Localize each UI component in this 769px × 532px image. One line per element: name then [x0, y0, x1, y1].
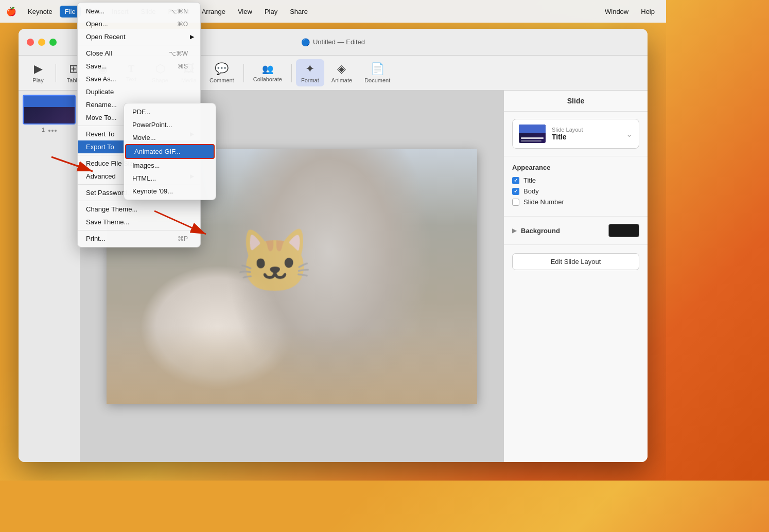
edit-layout-button[interactable]: Edit Slide Layout [512, 253, 639, 270]
body-label: Body [523, 187, 539, 195]
export-movie[interactable]: Movie... [124, 131, 216, 144]
export-pdf[interactable]: PDF... [124, 105, 216, 118]
slide-thumbnail[interactable] [23, 95, 76, 125]
slide-number: 1 [23, 127, 76, 133]
menu-save-theme[interactable]: Save Theme... [78, 216, 200, 228]
keynote09-label: Keynote '09... [132, 187, 173, 195]
document-tb-icon: 📄 [371, 62, 384, 76]
toolbar-sep-1 [56, 64, 56, 82]
rename-label: Rename... [86, 101, 117, 109]
fullscreen-button[interactable] [49, 39, 57, 46]
toolbar-document[interactable]: 📄 Document [359, 59, 395, 86]
open-label: Open... [86, 20, 108, 28]
document-title: Untitled — Edited [313, 38, 365, 46]
change-theme-label: Change Theme... [86, 205, 137, 213]
slide-layout-section: Slide Layout Title ⌄ [504, 112, 648, 156]
slide-dot [48, 130, 50, 132]
background-heading: Background [521, 227, 560, 235]
slide-panel: 1 [19, 91, 80, 462]
appearance-heading: Appearance [512, 164, 639, 171]
menubar-right: Window Help [600, 6, 660, 17]
advanced-label: Advanced [86, 172, 116, 180]
toolbar-format[interactable]: ✦ Format [296, 59, 324, 86]
traffic-lights [27, 39, 57, 46]
menu-close-all[interactable]: Close All ⌥⌘W [78, 47, 200, 60]
menubar-play[interactable]: Play [259, 6, 283, 17]
slide-gradient [107, 327, 477, 404]
save-label: Save... [86, 62, 107, 70]
play-icon: ▶ [34, 62, 43, 76]
open-recent-label: Open Recent [86, 33, 126, 41]
appearance-section: Appearance ✓ Title ✓ Body Slide Number [504, 156, 648, 217]
export-powerpoint[interactable]: PowerPoint... [124, 118, 216, 131]
menubar-window[interactable]: Window [600, 6, 634, 17]
duplicate-label: Duplicate [86, 88, 114, 96]
title-checkbox[interactable]: ✓ [512, 177, 519, 184]
format-label: Format [301, 77, 319, 83]
menu-new[interactable]: New... ⌥⌘N [78, 5, 200, 17]
panel-title: Slide [504, 91, 648, 112]
layout-thumbnail [519, 125, 546, 143]
move-to-label: Move To... [86, 114, 117, 121]
apple-menu-icon[interactable]: 🍎 [6, 7, 16, 16]
menubar-arrange[interactable]: Arrange [197, 6, 231, 17]
toolbar-play[interactable]: ▶ Play [25, 59, 51, 86]
background-swatch[interactable] [608, 224, 639, 237]
slide-number-checkbox[interactable] [512, 199, 519, 206]
slide-thumb-content [24, 96, 75, 123]
menubar-view[interactable]: View [233, 6, 257, 17]
sep-6 [78, 230, 200, 230]
animated-gif-label: Animated GIF... [134, 148, 181, 155]
toolbar-comment[interactable]: 💬 Comment [204, 59, 239, 86]
export-html[interactable]: HTML... [124, 172, 216, 185]
save-as-label: Save As... [86, 75, 116, 83]
document-icon: 🔵 [301, 38, 310, 46]
open-shortcut: ⌘O [177, 21, 192, 28]
pdf-label: PDF... [132, 108, 150, 116]
collaborate-label: Collaborate [253, 76, 282, 82]
menu-open-recent[interactable]: Open Recent [78, 30, 200, 43]
print-shortcut: ⌘P [178, 235, 192, 242]
menu-open[interactable]: Open... ⌘O [78, 17, 200, 30]
background-arrow-icon: ▶ [512, 227, 517, 234]
layout-thumb-text2 [521, 140, 541, 141]
slide-layout-card[interactable]: Slide Layout Title ⌄ [512, 119, 639, 149]
toolbar-animate[interactable]: ◈ Animate [326, 59, 357, 86]
comment-label: Comment [209, 77, 234, 83]
window-title: 🔵 Untitled — Edited [301, 38, 365, 46]
close-all-label: Close All [86, 49, 112, 57]
slide-number-label: Slide Number [523, 198, 564, 206]
slide-thumb-bar [24, 96, 75, 107]
menubar-keynote[interactable]: Keynote [23, 6, 58, 17]
minimize-button[interactable] [38, 39, 45, 46]
export-images[interactable]: Images... [124, 159, 216, 172]
comment-icon: 💬 [215, 62, 229, 76]
layout-info: Slide Layout Title [552, 127, 620, 141]
export-submenu: PDF... PowerPoint... Movie... Animated G… [124, 103, 216, 200]
layout-thumb-text1 [521, 137, 544, 139]
save-theme-label: Save Theme... [86, 218, 129, 226]
export-keynote09[interactable]: Keynote '09... [124, 185, 216, 198]
slide-dot [51, 130, 54, 132]
play-label: Play [32, 77, 43, 83]
title-checkbox-row: ✓ Title [512, 176, 639, 184]
menu-change-theme[interactable]: Change Theme... [78, 203, 200, 216]
menu-duplicate[interactable]: Duplicate [78, 85, 200, 98]
layout-thumb-bar [519, 125, 546, 133]
slide-number-checkbox-row: Slide Number [512, 198, 639, 206]
menu-save[interactable]: Save... ⌘S [78, 60, 200, 73]
close-button[interactable] [27, 39, 34, 46]
menu-save-as[interactable]: Save As... [78, 73, 200, 85]
toolbar-sep-3 [291, 64, 292, 82]
html-label: HTML... [132, 174, 156, 182]
layout-label: Slide Layout [552, 127, 620, 133]
body-checkbox[interactable]: ✓ [512, 188, 519, 195]
menubar-help[interactable]: Help [636, 6, 660, 17]
menu-print[interactable]: Print... ⌘P [78, 232, 200, 245]
new-label: New... [86, 7, 104, 15]
toolbar-collaborate[interactable]: 👥 Collaborate [248, 60, 287, 85]
checkmark-icon: ✓ [514, 188, 518, 194]
menubar-share[interactable]: Share [285, 6, 313, 17]
sep-1 [78, 45, 200, 45]
export-animated-gif[interactable]: Animated GIF... [125, 144, 215, 159]
